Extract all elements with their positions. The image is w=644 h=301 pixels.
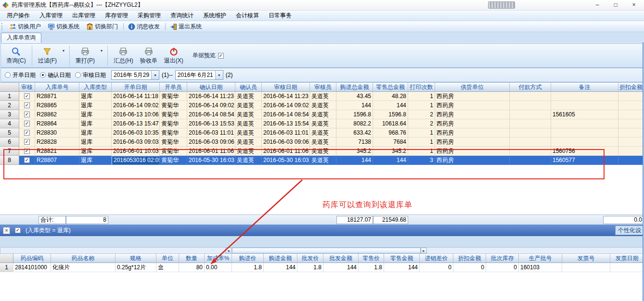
audit-checkbox-cell[interactable]: ✓ bbox=[19, 110, 35, 119]
cell[interactable] bbox=[551, 101, 618, 110]
cell[interactable]: R28830 bbox=[35, 128, 79, 138]
cell[interactable]: 1596.8 bbox=[336, 110, 373, 119]
cell[interactable]: 黄菊华 bbox=[160, 147, 187, 156]
cell[interactable]: 2016-06-14 08:54 bbox=[262, 110, 310, 119]
cell[interactable]: 西药房 bbox=[435, 119, 510, 128]
cell[interactable]: R28828 bbox=[35, 138, 79, 147]
cell[interactable]: 退库 bbox=[79, 92, 112, 101]
cell[interactable]: 吴道英 bbox=[235, 156, 262, 165]
cell[interactable]: 144 bbox=[264, 263, 297, 272]
cell[interactable] bbox=[551, 119, 618, 128]
cell[interactable] bbox=[618, 138, 644, 147]
cell[interactable]: 2016-06-14 09:02 bbox=[112, 101, 160, 110]
cell[interactable]: 黄菊华 bbox=[160, 156, 187, 165]
column-header[interactable]: 数量 bbox=[179, 254, 205, 263]
cell[interactable]: 2016-06-14 09:02 bbox=[187, 101, 235, 110]
cell[interactable] bbox=[510, 138, 551, 147]
cell[interactable]: 吴道英 bbox=[235, 147, 262, 156]
table-row[interactable]: 7✓R28821退库2016-06-01 10:03黄菊华2016-06-01 … bbox=[0, 147, 644, 156]
cell[interactable]: 2 bbox=[408, 110, 435, 119]
cell[interactable]: 盒 bbox=[156, 263, 179, 272]
cell[interactable]: 黄菊华 bbox=[160, 92, 187, 101]
cell[interactable]: R28871 bbox=[35, 92, 79, 101]
table-row[interactable]: 3✓R28862退库2016-06-13 10:06黄菊华2016-06-14 … bbox=[0, 110, 644, 119]
cell[interactable]: 144 bbox=[336, 101, 373, 110]
query-button[interactable]: 查询(C) bbox=[3, 45, 29, 67]
table-row[interactable]: 2✓R28865退库2016-06-14 09:02黄菊华2016-06-14 … bbox=[0, 101, 644, 110]
cell[interactable]: 吴道英 bbox=[310, 92, 336, 101]
column-header[interactable]: 开单员 bbox=[160, 83, 187, 92]
personalize-button[interactable]: 个性化设 bbox=[615, 226, 644, 235]
menu-accounting[interactable]: 会计核算 bbox=[231, 11, 264, 21]
audit-checkbox-cell[interactable]: ✓ bbox=[19, 101, 35, 110]
cell[interactable]: 吴道英 bbox=[235, 128, 262, 138]
cell[interactable]: 1.8 bbox=[232, 263, 264, 272]
cell[interactable] bbox=[618, 92, 644, 101]
cell[interactable]: 吴道英 bbox=[310, 119, 336, 128]
cell[interactable]: 退库 bbox=[79, 101, 112, 110]
receipt-button[interactable]: 验收单 bbox=[137, 45, 161, 67]
cell[interactable] bbox=[610, 263, 644, 272]
cell[interactable]: 1.8 bbox=[297, 263, 323, 272]
cell[interactable]: 2016-06-13 15:47 bbox=[112, 119, 160, 128]
menu-user-ops[interactable]: 用户操作 bbox=[2, 11, 35, 21]
menu-query-stats[interactable]: 查询统计 bbox=[166, 11, 198, 21]
cell[interactable]: 80 bbox=[179, 263, 205, 272]
cell[interactable] bbox=[551, 92, 618, 101]
cell[interactable]: 144 bbox=[373, 101, 408, 110]
cell[interactable]: 2016-06-01 11:06 bbox=[187, 147, 235, 156]
filter-button[interactable]: 过滤(F) bbox=[35, 45, 60, 67]
cell[interactable]: 2814101000 bbox=[13, 263, 51, 272]
close-button[interactable]: × bbox=[625, 0, 643, 11]
horizontal-scrollbar[interactable]: ◄ ► bbox=[0, 247, 644, 254]
cell[interactable] bbox=[510, 92, 551, 101]
tab-inbound-query[interactable]: 入库单查询 bbox=[1, 33, 41, 43]
exit-system-button[interactable]: 退出系统 bbox=[167, 22, 205, 32]
cell[interactable]: 吴道英 bbox=[235, 138, 262, 147]
cell[interactable]: 1561605 bbox=[551, 110, 618, 119]
column-header[interactable]: 单位 bbox=[156, 254, 179, 263]
cell[interactable]: 2016-06-14 09:02 bbox=[262, 101, 310, 110]
cell[interactable]: 吴道英 bbox=[235, 119, 262, 128]
cell[interactable]: 吴道英 bbox=[310, 156, 336, 165]
cell[interactable] bbox=[551, 138, 618, 147]
cell[interactable]: 160103 bbox=[519, 263, 562, 272]
cell[interactable]: 退库 bbox=[79, 110, 112, 119]
cell[interactable]: R28865 bbox=[35, 101, 79, 110]
cell[interactable]: 2016-06-13 10:06 bbox=[112, 110, 160, 119]
cell[interactable]: 吴道英 bbox=[310, 128, 336, 138]
cell[interactable]: 7684 bbox=[373, 138, 408, 147]
cell[interactable]: R28807 bbox=[35, 156, 79, 165]
scroll-left-button[interactable]: ◄ bbox=[225, 248, 232, 253]
column-header[interactable]: 折扣金额 bbox=[453, 254, 486, 263]
filter-dropdown-button[interactable]: ▼ bbox=[60, 45, 67, 67]
cell[interactable]: 2016-06-14 11:23 bbox=[262, 92, 310, 101]
cell[interactable] bbox=[618, 156, 644, 165]
column-header[interactable]: 入库单号 bbox=[35, 83, 79, 92]
menu-purchase[interactable]: 采购管理 bbox=[133, 11, 166, 21]
cell[interactable]: 0.25g*12片 bbox=[116, 263, 156, 272]
cell[interactable]: 退库 bbox=[79, 138, 112, 147]
reprint-button[interactable]: 重打(P) bbox=[72, 45, 98, 67]
cell[interactable]: 1560756 bbox=[551, 147, 618, 156]
column-header[interactable]: 付款方式 bbox=[510, 83, 551, 92]
cell[interactable]: 2016-06-01 11:06 bbox=[262, 147, 310, 156]
cell[interactable]: 633.42 bbox=[336, 128, 373, 138]
cell[interactable]: 化痰片 bbox=[51, 263, 116, 272]
audit-checkbox-cell[interactable]: ✓ bbox=[19, 138, 35, 147]
cell[interactable] bbox=[510, 128, 551, 138]
cell[interactable] bbox=[618, 110, 644, 119]
cell[interactable]: 0.00 bbox=[205, 263, 232, 272]
filter-checkbox[interactable]: ✓ bbox=[15, 227, 21, 233]
dropdown-arrow-icon[interactable]: ▼ bbox=[151, 71, 159, 79]
column-header[interactable]: 备注 bbox=[551, 83, 618, 92]
cell[interactable]: 退库 bbox=[79, 156, 112, 165]
switch-system-button[interactable]: 切换系统 bbox=[45, 22, 82, 32]
cell[interactable]: 2016-05-30 16:03 bbox=[262, 156, 310, 165]
column-header[interactable]: 发票号 bbox=[562, 254, 610, 263]
column-header[interactable]: 药品编码 bbox=[13, 254, 51, 263]
cell[interactable]: 2016-06-13 15:54 bbox=[262, 119, 310, 128]
cell[interactable]: 8082.2 bbox=[336, 119, 373, 128]
cell[interactable]: 1560577 bbox=[551, 156, 618, 165]
cell[interactable]: 2016-06-14 08:54 bbox=[187, 110, 235, 119]
